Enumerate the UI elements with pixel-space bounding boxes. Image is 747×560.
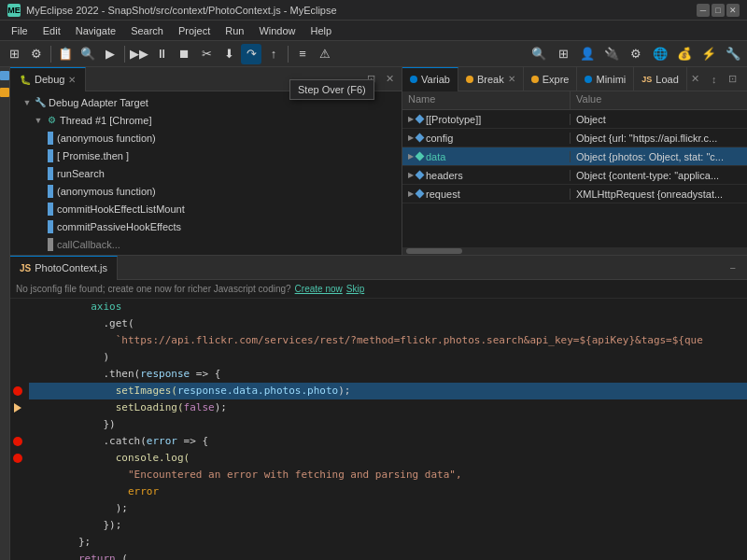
tab-variables[interactable]: Variab: [402, 67, 458, 91]
gutter-line-bp3[interactable]: [10, 450, 25, 467]
tab-minimap[interactable]: Minimi: [577, 67, 634, 91]
toolbar-extra-2[interactable]: 💰: [674, 44, 695, 64]
minimize-button[interactable]: ─: [697, 4, 710, 17]
debug-tab-close[interactable]: ✕: [68, 75, 76, 85]
menu-edit[interactable]: Edit: [35, 23, 68, 38]
menu-run[interactable]: Run: [218, 23, 251, 38]
pause-button[interactable]: ⏸: [151, 44, 172, 64]
tree-item-frame-1[interactable]: (anonymous function): [10, 129, 402, 147]
tab-minimap-label: Minimi: [596, 74, 626, 85]
vars-action-1[interactable]: ↕: [706, 71, 723, 88]
tree-item-frame-3[interactable]: runSearch: [10, 164, 402, 182]
step-over-button[interactable]: ↷: [241, 44, 261, 64]
tab-load[interactable]: JS Load: [634, 67, 687, 91]
menu-navigate[interactable]: Navigate: [68, 23, 123, 38]
toolbar-btn-5[interactable]: ▶: [100, 44, 120, 64]
editor-tab-actions: − ⊡: [725, 259, 747, 276]
gutter-line-bp1[interactable]: [10, 383, 25, 399]
toolbar-extra-3[interactable]: ⚡: [698, 44, 719, 64]
window-controls[interactable]: ─ □ ✕: [697, 4, 740, 17]
vars-action-3[interactable]: ⋮: [743, 71, 747, 88]
gutter: [10, 299, 25, 560]
toolbar-btn-4[interactable]: 🔍: [78, 44, 98, 64]
code-line-6: setImages(response.data.photos.photo);: [29, 383, 747, 399]
editor-content: No jsconfig file found; create one now f…: [10, 280, 747, 560]
tab-expressions[interactable]: Expre: [524, 67, 578, 91]
vars-hscroll[interactable]: [402, 247, 747, 255]
vars-key-4: request: [426, 189, 460, 200]
skip-link[interactable]: Skip: [346, 284, 364, 294]
tree-item-thread[interactable]: ▼ ⚙ Thread #1 [Chrome]: [10, 111, 402, 129]
step-into-button[interactable]: ⬇: [218, 44, 239, 64]
vars-row-1[interactable]: ▶ config Object {url: "https://api.flick…: [402, 129, 747, 147]
editor-action-2[interactable]: ⊡: [743, 259, 747, 276]
code-line-4: ): [29, 349, 747, 366]
vars-val-0: Object: [571, 114, 747, 125]
tree-item-frame-4[interactable]: (anonymous function): [10, 182, 402, 200]
close-button[interactable]: ✕: [726, 4, 740, 17]
tree-item-frame-6[interactable]: commitPassiveHookEffects: [10, 217, 402, 235]
editor-action-1[interactable]: −: [725, 259, 741, 276]
debug-action-2[interactable]: ✕: [381, 71, 398, 88]
toolbar-btn-7[interactable]: ⚠: [315, 44, 335, 64]
vars-diamond-0: [416, 115, 425, 124]
menu-file[interactable]: File: [4, 23, 35, 38]
debug-tab[interactable]: 🐛 Debug ✕: [10, 67, 86, 91]
side-icon-1[interactable]: [0, 71, 9, 80]
menu-help[interactable]: Help: [303, 23, 340, 38]
main-area: 🐛 Debug ✕ ⊡ ✕ ▼ 🔧 Debug Adap: [0, 67, 747, 560]
vars-diamond-4: [416, 189, 425, 199]
vars-name-2: ▶ data: [402, 151, 571, 162]
menu-search[interactable]: Search: [123, 23, 171, 38]
search-icon[interactable]: 🔍: [529, 44, 549, 64]
code-line-12: error: [29, 483, 747, 500]
expand-config: ▶: [408, 133, 414, 142]
gutter-line-12: [10, 551, 25, 560]
vars-row-0[interactable]: ▶ [[Prototype]] Object: [402, 110, 747, 129]
vars-row-4[interactable]: ▶ request XMLHttpRequest {onreadystat...: [402, 185, 747, 203]
code-token: response.data.photos.photo: [177, 383, 338, 399]
menu-window[interactable]: Window: [251, 23, 303, 38]
vars-key-2: data: [426, 151, 445, 162]
content-area: 🐛 Debug ✕ ⊡ ✕ ▼ 🔧 Debug Adap: [10, 67, 747, 560]
tab-break-close[interactable]: ✕: [508, 74, 515, 84]
settings-icon[interactable]: ⚙: [626, 44, 646, 64]
vars-action-close[interactable]: ✕: [687, 71, 704, 88]
tree-item-frame-2[interactable]: [ Promise.then ]: [10, 147, 402, 164]
side-icon-2[interactable]: [0, 88, 9, 97]
resume-button[interactable]: ▶▶: [129, 44, 149, 64]
code-token: error: [29, 483, 159, 500]
maximize-button[interactable]: □: [712, 4, 725, 17]
stack-bar-1: [48, 132, 53, 145]
vars-val-3: Object {content-type: "applica...: [571, 170, 747, 181]
create-now-link[interactable]: Create now: [295, 284, 343, 294]
code-token: );: [215, 399, 227, 416]
editor-tab-photocontext[interactable]: JS PhotoContext.js: [10, 256, 118, 280]
vars-row-2[interactable]: ▶ data Object {photos: Object, stat: "c.…: [402, 147, 747, 166]
tree-label-frame-1: (anonymous function): [57, 133, 156, 144]
vars-action-2[interactable]: ⊡: [725, 71, 741, 88]
user-icon[interactable]: 👤: [577, 44, 598, 64]
toolbar-btn-6[interactable]: ≡: [292, 44, 313, 64]
toolbar-extra-4[interactable]: 🔧: [723, 44, 743, 64]
code-token: axios: [29, 299, 121, 315]
grid-icon[interactable]: ⊞: [553, 44, 573, 64]
stop-button[interactable]: ⏹: [174, 44, 194, 64]
code-token: console.log(: [29, 450, 190, 467]
title-bar: ME MyEclipse 2022 - SnapShot/src/context…: [0, 0, 747, 21]
vars-row-3[interactable]: ▶ headers Object {content-type: "applica…: [402, 166, 747, 185]
toolbar-btn-2[interactable]: ⚙: [26, 44, 47, 64]
toolbar-btn-1[interactable]: ⊞: [4, 44, 24, 64]
plugin-icon[interactable]: 🔌: [601, 44, 622, 64]
step-return-button[interactable]: ↑: [263, 44, 284, 64]
disconnect-button[interactable]: ✂: [196, 44, 217, 64]
tree-item-frame-7[interactable]: callCallback...: [10, 235, 402, 253]
code-token: => {: [190, 366, 220, 383]
menu-project[interactable]: Project: [171, 23, 218, 38]
tree-item-frame-5[interactable]: commitHookEffectListMount: [10, 200, 402, 217]
toolbar-extra-1[interactable]: 🌐: [650, 44, 670, 64]
tab-breakpoints[interactable]: Break ✕: [458, 67, 524, 91]
window-title: MyEclipse 2022 - SnapShot/src/context/Ph…: [26, 5, 697, 16]
gutter-line-bp2[interactable]: [10, 433, 25, 450]
toolbar-btn-3[interactable]: 📋: [55, 44, 76, 64]
